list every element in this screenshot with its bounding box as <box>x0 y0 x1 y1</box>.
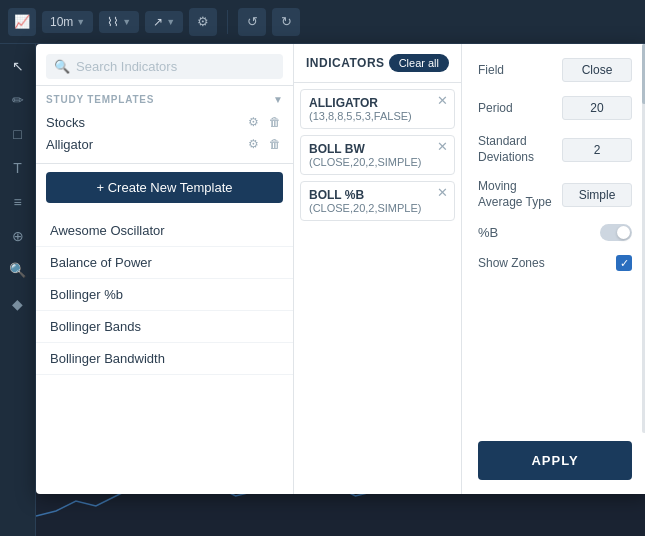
percent-b-label: %B <box>478 225 498 240</box>
indicator-params-alligator: (13,8,8,5,5,3,FALSE) <box>309 110 446 122</box>
indicators-tab-label: INDICATORS <box>306 56 385 70</box>
ma-type-label: Moving Average Type <box>478 179 562 210</box>
search-input-wrap[interactable]: 🔍 <box>46 54 283 79</box>
template-gear-icon-2[interactable]: ⚙ <box>245 136 261 152</box>
settings-scroll-area: Field Close Period 20 Standard Deviation… <box>462 44 645 433</box>
templates-caret-icon[interactable]: ▼ <box>273 94 283 105</box>
indicator-name-bollbw: BOLL BW <box>309 142 446 156</box>
period-label: Period <box>478 101 562 115</box>
apply-button[interactable]: APPLY <box>478 441 632 480</box>
search-icon: 🔍 <box>54 59 70 74</box>
template-name-alligator[interactable]: Alligator <box>46 137 93 152</box>
close-icon-3[interactable]: ✕ <box>437 186 448 199</box>
study-templates-label: STUDY TEMPLATES <box>46 94 154 105</box>
indicator-params-bollbw: (CLOSE,20,2,SIMPLE) <box>309 156 446 168</box>
show-zones-label: Show Zones <box>478 256 616 270</box>
timeframe-selector[interactable]: 10m ▼ <box>42 11 93 33</box>
percent-b-setting-row: %B <box>478 224 632 241</box>
settings-icon[interactable]: ⚙ <box>189 8 217 36</box>
text-tool[interactable]: T <box>4 154 32 182</box>
shape-tool[interactable]: ◆ <box>4 290 32 318</box>
redo-button[interactable]: ↻ <box>272 8 300 36</box>
template-item-stocks: Stocks ⚙ 🗑 <box>46 111 283 133</box>
search-tool[interactable]: 🔍 <box>4 256 32 284</box>
toggle-knob <box>617 226 630 239</box>
center-panel: INDICATORS Clear all ✕ ALLIGATOR (13,8,8… <box>294 44 462 494</box>
template-name-stocks[interactable]: Stocks <box>46 115 85 130</box>
template-actions-alligator: ⚙ 🗑 <box>245 136 283 152</box>
modal-panel: 🔍 STUDY TEMPLATES ▼ Stocks ⚙ 🗑 Alligator… <box>36 44 645 494</box>
search-box: 🔍 <box>36 44 293 86</box>
template-actions-stocks: ⚙ 🗑 <box>245 114 283 130</box>
field-value[interactable]: Close <box>562 58 632 82</box>
list-item[interactable]: Awesome Oscillator <box>36 215 293 247</box>
pencil-tool[interactable]: ✏ <box>4 86 32 114</box>
std-dev-label: Standard Deviations <box>478 134 562 165</box>
active-indicator-bollpercentb[interactable]: ✕ BOLL %B (CLOSE,20,2,SIMPLE) <box>300 181 455 221</box>
chart-type-icon[interactable]: 📈 <box>8 8 36 36</box>
field-label: Field <box>478 63 562 77</box>
cursor-tool[interactable]: ↖ <box>4 52 32 80</box>
right-panel: Field Close Period 20 Standard Deviation… <box>462 44 645 494</box>
template-delete-icon-2[interactable]: 🗑 <box>267 136 283 152</box>
active-indicators-list: ✕ ALLIGATOR (13,8,8,5,5,3,FALSE) ✕ BOLL … <box>294 83 461 494</box>
template-item-alligator: Alligator ⚙ 🗑 <box>46 133 283 155</box>
center-header: INDICATORS Clear all <box>294 44 461 83</box>
active-indicator-alligator[interactable]: ✕ ALLIGATOR (13,8,8,5,5,3,FALSE) <box>300 89 455 129</box>
list-item[interactable]: Bollinger Bandwidth <box>36 343 293 375</box>
close-icon-2[interactable]: ✕ <box>437 140 448 153</box>
toolbar: 📈 10m ▼ ⌇⌇ ▼ ↗ ▼ ⚙ ↺ ↻ <box>0 0 645 44</box>
drawing-selector[interactable]: ↗ ▼ <box>145 11 183 33</box>
list-item[interactable]: Bollinger %b <box>36 279 293 311</box>
lines-tool[interactable]: ≡ <box>4 188 32 216</box>
template-delete-icon[interactable]: 🗑 <box>267 114 283 130</box>
templates-header: STUDY TEMPLATES ▼ <box>46 94 283 105</box>
search-input[interactable] <box>76 59 275 74</box>
show-zones-setting-row: Show Zones ✓ <box>478 255 632 271</box>
list-item[interactable]: Bollinger Bands <box>36 311 293 343</box>
close-icon[interactable]: ✕ <box>437 94 448 107</box>
std-dev-value[interactable]: 2 <box>562 138 632 162</box>
study-templates-section: STUDY TEMPLATES ▼ Stocks ⚙ 🗑 Alligator ⚙… <box>36 86 293 164</box>
toolbar-separator <box>227 10 228 34</box>
period-setting-row: Period 20 <box>478 96 632 120</box>
create-template-button[interactable]: + Create New Template <box>46 172 283 203</box>
undo-button[interactable]: ↺ <box>238 8 266 36</box>
percent-b-toggle[interactable] <box>600 224 632 241</box>
list-item[interactable]: Balance of Power <box>36 247 293 279</box>
ma-type-setting-row: Moving Average Type Simple <box>478 179 632 210</box>
rectangle-tool[interactable]: □ <box>4 120 32 148</box>
period-value[interactable]: 20 <box>562 96 632 120</box>
left-sidebar: ↖ ✏ □ T ≡ ⊕ 🔍 ◆ <box>0 44 36 536</box>
indicator-params-bollpercentb: (CLOSE,20,2,SIMPLE) <box>309 202 446 214</box>
zoom-tool[interactable]: ⊕ <box>4 222 32 250</box>
active-indicator-bollbw[interactable]: ✕ BOLL BW (CLOSE,20,2,SIMPLE) <box>300 135 455 175</box>
indicator-name-bollpercentb: BOLL %B <box>309 188 446 202</box>
indicator-name-alligator: ALLIGATOR <box>309 96 446 110</box>
left-panel: 🔍 STUDY TEMPLATES ▼ Stocks ⚙ 🗑 Alligator… <box>36 44 294 494</box>
ma-type-value[interactable]: Simple <box>562 183 632 207</box>
show-zones-checkbox[interactable]: ✓ <box>616 255 632 271</box>
indicator-selector[interactable]: ⌇⌇ ▼ <box>99 11 139 33</box>
clear-all-button[interactable]: Clear all <box>389 54 449 72</box>
template-gear-icon[interactable]: ⚙ <box>245 114 261 130</box>
std-dev-setting-row: Standard Deviations 2 <box>478 134 632 165</box>
field-setting-row: Field Close <box>478 58 632 82</box>
indicator-list: Awesome Oscillator Balance of Power Boll… <box>36 211 293 494</box>
